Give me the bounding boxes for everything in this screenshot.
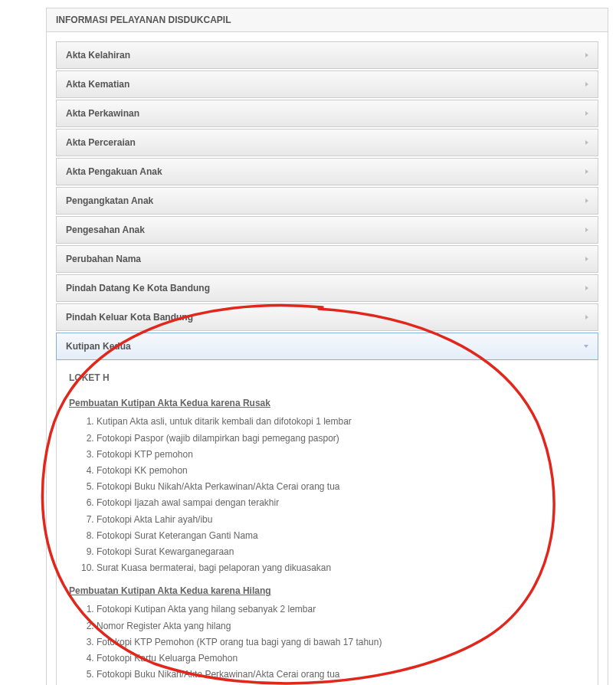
chevron-right-icon — [585, 228, 588, 232]
list-item: Fotokopi Surat Keterangan Ganti Nama — [97, 528, 585, 544]
list-item: Surat Kuasa bermaterai, bagi pelaporan y… — [97, 560, 585, 576]
accordion-item-perubahan-nama[interactable]: Perubahan Nama — [56, 245, 598, 273]
list-item: Kutipan Akta asli, untuk ditarik kembali… — [97, 414, 585, 430]
accordion-item-akta-kematian[interactable]: Akta Kematian — [56, 70, 598, 98]
list-item: Fotokopi Buku Nikah/Akta Perkawinan/Akta… — [97, 479, 585, 495]
chevron-right-icon — [585, 315, 588, 320]
accordion-label: Akta Kematian — [66, 79, 129, 90]
accordion-item-akta-perkawinan[interactable]: Akta Perkawinan — [56, 100, 598, 127]
section-title-hilang: Pembuatan Kutipan Akta Kedua karena Hila… — [69, 584, 585, 598]
accordion-label: Pindah Datang Ke Kota Bandung — [66, 283, 210, 293]
accordion-label: Pengangkatan Anak — [66, 195, 153, 206]
chevron-right-icon — [585, 82, 588, 87]
chevron-right-icon — [585, 111, 588, 116]
loket-heading: LOKET H — [69, 371, 585, 385]
accordion-label: Pengesahan Anak — [66, 225, 145, 235]
list-item: Nomor Register Akta yang hilang — [97, 618, 585, 634]
accordion-label: Akta Perkawinan — [66, 108, 139, 119]
accordion-label: Perubahan Nama — [66, 254, 141, 264]
accordion-item-pengesahan-anak[interactable]: Pengesahan Anak — [56, 216, 598, 244]
accordion-item-akta-perceraian[interactable]: Akta Perceraian — [56, 129, 598, 156]
chevron-right-icon — [585, 53, 588, 57]
list-item: Fotokopi KTP pemohon — [97, 447, 585, 463]
list-item: Fotokopi Paspor (wajib dilampirkan bagi … — [97, 431, 585, 447]
chevron-right-icon — [585, 257, 588, 261]
list-hilang: Fotokopi Kutipan Akta yang hilang sebany… — [97, 601, 585, 685]
list-item: Fotokopi Surat Kewarganegaraan — [97, 544, 585, 560]
accordion-item-akta-pengakuan-anak[interactable]: Akta Pengakuan Anak — [56, 158, 598, 185]
list-item: Fotokopi Buku Nikah/Akta Perkawinan/Akta… — [97, 667, 585, 683]
accordion-label: Pindah Keluar Kota Bandung — [66, 312, 193, 323]
accordion-item-pindah-datang[interactable]: Pindah Datang Ke Kota Bandung — [56, 274, 598, 302]
list-item: Fotokopi KTP Pemohon (KTP orang tua bagi… — [97, 634, 585, 651]
panel-body: Akta Kelahiran Akta Kematian Akta Perkaw… — [47, 32, 608, 685]
panel-title: INFORMASI PELAYANAN DISDUKCAPIL — [47, 8, 608, 32]
chevron-right-icon — [585, 198, 588, 203]
accordion-item-pindah-keluar[interactable]: Pindah Keluar Kota Bandung — [56, 303, 598, 331]
list-item: Fotokopi KK pemohon — [97, 463, 585, 479]
list-item: Fotokopi Ijazah awal sampai dengan terak… — [97, 495, 585, 511]
accordion-content-kutipan-kedua: LOKET H Pembuatan Kutipan Akta Kedua kar… — [56, 360, 598, 685]
accordion-label: Kutipan Kedua — [66, 341, 131, 352]
accordion-item-akta-kelahiran[interactable]: Akta Kelahiran — [56, 41, 598, 69]
chevron-right-icon — [585, 140, 588, 145]
accordion-label: Akta Pengakuan Anak — [66, 166, 162, 177]
list-rusak: Kutipan Akta asli, untuk ditarik kembali… — [97, 414, 585, 576]
list-item: Fotokopi Akta Lahir ayah/ibu — [97, 512, 585, 528]
accordion-item-pengangkatan-anak[interactable]: Pengangkatan Anak — [56, 187, 598, 215]
accordion-label: Akta Kelahiran — [66, 50, 130, 61]
section-title-rusak: Pembuatan Kutipan Akta Kedua karena Rusa… — [69, 396, 585, 411]
chevron-right-icon — [585, 169, 588, 174]
chevron-down-icon — [584, 345, 588, 348]
info-panel: INFORMASI PELAYANAN DISDUKCAPIL Akta Kel… — [46, 8, 608, 685]
accordion-label: Akta Perceraian — [66, 137, 136, 148]
accordion-item-kutipan-kedua[interactable]: Kutipan Kedua — [56, 333, 598, 360]
chevron-right-icon — [585, 286, 588, 290]
list-item: Fotokopi Kutipan Akta yang hilang sebany… — [97, 601, 585, 618]
list-item: Fotokopi Kartu Keluarga Pemohon — [97, 651, 585, 667]
